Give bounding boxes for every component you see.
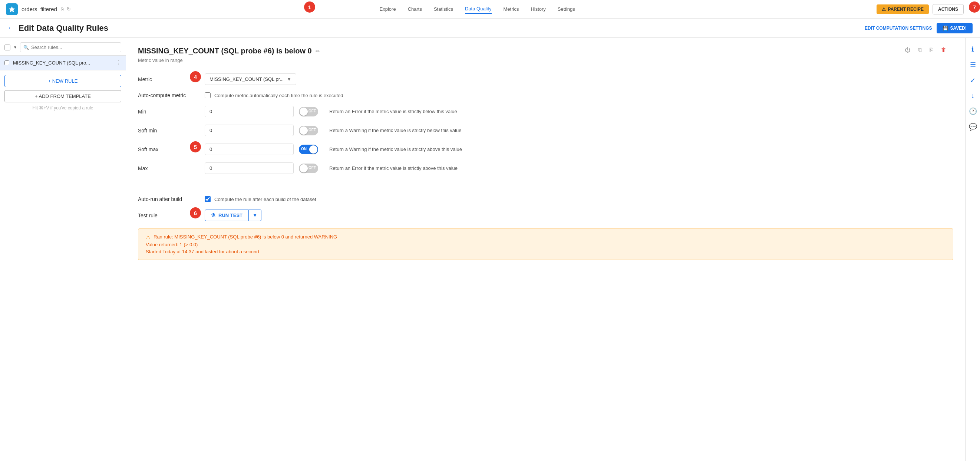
auto-compute-row: Auto-compute metric Compute metric autom… — [138, 93, 953, 98]
rule-name-label: MISSING_KEY_COUNT (SQL pro... — [13, 60, 115, 65]
soft-max-row: 5 Soft max 0 ON Return a Warning if the … — [138, 144, 953, 155]
tab-data-quality[interactable]: Data Quality — [465, 5, 492, 14]
list-icon[interactable]: ☰ — [970, 61, 976, 69]
right-sidebar: ℹ ☰ ✓ ↓ 🕐 💬 — [965, 38, 980, 461]
max-toggle[interactable]: OFF — [299, 164, 318, 173]
dataset-name: orders_filtered — [22, 6, 57, 12]
delete-icon[interactable]: 🗑 — [941, 47, 947, 53]
max-help-text: Return an Error if the metric value is s… — [329, 166, 458, 171]
search-icon: 🔍 — [23, 45, 29, 50]
sidebar-actions: + NEW RULE + ADD FROM TEMPLATE Hit ⌘+V i… — [0, 70, 126, 115]
warning-triangle-icon: ⚠ — [146, 234, 151, 240]
copy-rule-icon[interactable]: ⧉ — [918, 47, 922, 53]
auto-compute-label: Auto-compute metric — [138, 93, 205, 98]
save-icon: 💾 — [943, 26, 948, 31]
clock-icon[interactable]: 🕐 — [969, 107, 977, 115]
auto-run-help: Compute the rule after each build of the… — [214, 196, 316, 202]
tab-history[interactable]: History — [531, 5, 546, 13]
actions-button[interactable]: ACTIONS — [932, 4, 964, 14]
top-nav: orders_filtered ⎘ ↻ Explore Charts Stati… — [0, 0, 980, 19]
auto-run-field: Compute the rule after each build of the… — [205, 196, 316, 202]
metric-select[interactable]: MISSING_KEY_COUNT (SQL pr... ▼ — [205, 73, 296, 85]
max-field: 0 OFF Return an Error if the metric valu… — [205, 163, 458, 174]
download-icon[interactable]: ↓ — [971, 92, 974, 100]
tab-charts[interactable]: Charts — [408, 5, 422, 13]
logo-area: orders_filtered ⎘ ↻ — [6, 3, 71, 15]
add-from-template-button[interactable]: + ADD FROM TEMPLATE — [5, 90, 121, 102]
max-input[interactable]: 0 — [205, 163, 294, 174]
select-all-checkbox[interactable] — [5, 45, 10, 50]
tab-explore[interactable]: Explore — [380, 5, 396, 13]
parent-recipe-button[interactable]: ⚠ PARENT RECIPE — [877, 5, 929, 14]
svg-marker-0 — [9, 6, 15, 12]
app-logo[interactable] — [6, 3, 18, 15]
soft-min-toggle[interactable]: OFF — [299, 126, 318, 136]
max-label: Max — [138, 166, 205, 171]
soft-min-label: Soft min — [138, 128, 205, 134]
callout-4: 4 — [190, 71, 201, 82]
min-toggle[interactable]: OFF — [299, 107, 318, 116]
run-test-group: ⚗ RUN TEST ▼ — [205, 209, 261, 221]
edit-title-icon[interactable]: ✏ — [315, 48, 320, 54]
search-input[interactable] — [31, 45, 118, 50]
duplicate-icon[interactable]: ⎘ — [929, 47, 933, 53]
rule-menu-icon[interactable]: ⋮ — [115, 59, 121, 66]
callout-6: 6 — [190, 207, 201, 219]
power-icon[interactable]: ⏻ — [905, 47, 911, 53]
auto-run-checkbox[interactable] — [205, 196, 211, 202]
auto-compute-checkbox[interactable] — [205, 93, 211, 98]
soft-max-toggle[interactable]: ON — [299, 145, 318, 154]
warning-box: ⚠ Ran rule: MISSING_KEY_COUNT (SQL probe… — [138, 228, 953, 260]
chat-icon[interactable]: 💬 — [969, 123, 977, 131]
tab-settings[interactable]: Settings — [558, 5, 575, 13]
rule-subtitle: Metric value in range — [138, 57, 953, 63]
min-toggle-track[interactable]: OFF — [299, 107, 318, 116]
refresh-icon[interactable]: ↻ — [67, 6, 71, 12]
callout-1: 1 — [304, 2, 315, 13]
saved-button[interactable]: 💾 SAVED! — [937, 23, 973, 33]
dataset-icons: ⎘ ↻ — [61, 6, 71, 12]
callout-5: 5 — [190, 141, 201, 152]
soft-max-toggle-track[interactable]: ON — [299, 145, 318, 154]
metric-row: 4 Metric MISSING_KEY_COUNT (SQL pr... ▼ — [138, 73, 953, 85]
warning-line-3: Started Today at 14:37 and lasted for ab… — [146, 249, 945, 254]
run-test-arrow-icon: ▼ — [253, 212, 257, 218]
tab-statistics[interactable]: Statistics — [434, 5, 453, 13]
warning-icon-small: ⚠ — [882, 7, 886, 12]
new-rule-button[interactable]: + NEW RULE — [5, 75, 121, 87]
rule-checkbox[interactable] — [5, 61, 9, 65]
run-test-button[interactable]: ⚗ RUN TEST — [205, 209, 249, 221]
auto-compute-field: Compute metric automatically each time t… — [205, 93, 344, 98]
info-icon[interactable]: ℹ — [972, 45, 974, 53]
copy-icon[interactable]: ⎘ — [61, 6, 64, 12]
back-button[interactable]: ← — [7, 24, 14, 32]
min-row: Min 0 OFF Return an Error if the metric … — [138, 106, 953, 117]
soft-min-toggle-track[interactable]: OFF — [299, 126, 318, 136]
nav-tabs: Explore Charts Statistics Data Quality M… — [78, 5, 877, 14]
soft-min-input[interactable]: 0 — [205, 124, 294, 136]
warning-line-2: Value returned: 1 (> 0.0) — [146, 242, 945, 247]
auto-run-row: Auto-run after build Compute the rule af… — [138, 196, 953, 202]
edit-computation-button[interactable]: EDIT COMPUTATION SETTINGS — [865, 26, 932, 31]
warning-line-1: ⚠ Ran rule: MISSING_KEY_COUNT (SQL probe… — [146, 234, 945, 240]
min-input[interactable]: 0 — [205, 106, 294, 117]
metric-select-arrow: ▼ — [286, 77, 291, 82]
soft-min-field: 0 OFF Return a Warning if the metric val… — [205, 124, 461, 136]
rule-list-item[interactable]: MISSING_KEY_COUNT (SQL pro... ⋮ — [0, 56, 126, 70]
soft-max-input[interactable]: 0 — [205, 144, 294, 155]
nav-right: ⚠ PARENT RECIPE ACTIONS ← — [877, 4, 974, 14]
run-test-dropdown-button[interactable]: ▼ — [249, 209, 261, 221]
flask-icon: ⚗ — [211, 212, 215, 218]
soft-max-help-text: Return a Warning if the metric value is … — [329, 147, 462, 152]
select-all-dropdown-icon[interactable]: ▼ — [13, 45, 17, 49]
rule-title: MISSING_KEY_COUNT (SQL probe #6) is belo… — [138, 47, 312, 55]
search-box: 🔍 — [20, 42, 121, 52]
auto-run-label: Auto-run after build — [138, 196, 205, 202]
check-circle-icon[interactable]: ✓ — [970, 77, 975, 85]
sub-header-actions: EDIT COMPUTATION SETTINGS 💾 SAVED! — [865, 23, 973, 33]
tab-metrics[interactable]: Metrics — [504, 5, 519, 13]
sidebar: ▼ 🔍 MISSING_KEY_COUNT (SQL pro... ⋮ + NE… — [0, 38, 126, 461]
max-toggle-track[interactable]: OFF — [299, 164, 318, 173]
max-row: Max 0 OFF Return an Error if the metric … — [138, 163, 953, 174]
min-label: Min — [138, 108, 205, 115]
